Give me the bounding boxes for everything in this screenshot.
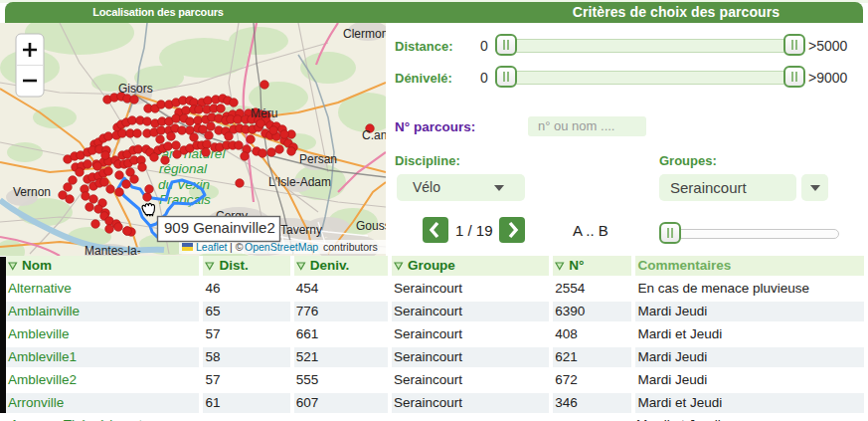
svg-text:Taverny: Taverny: [280, 223, 322, 237]
svg-text:Gisors: Gisors: [118, 82, 153, 96]
svg-text:Gouss...: Gouss...: [356, 219, 386, 233]
svg-text:Persan: Persan: [299, 152, 337, 166]
svg-text:| ©: | ©: [230, 241, 244, 253]
svg-text:Leaflet: Leaflet: [196, 241, 228, 253]
svg-text:Clermont: Clermont: [343, 27, 386, 41]
svg-text:909 Genainville2: 909 Genainville2: [164, 219, 275, 236]
svg-text:OpenStreetMap: OpenStreetMap: [245, 241, 318, 253]
svg-text:C.an: C.an: [362, 128, 386, 142]
svg-text:Méru: Méru: [251, 106, 277, 120]
svg-text:L'Isle-Adam: L'Isle-Adam: [268, 175, 331, 189]
svg-text:Mantes-la-: Mantes-la-: [85, 244, 141, 256]
svg-text:Vernon: Vernon: [13, 185, 51, 199]
svg-text:contributors: contributors: [323, 241, 378, 253]
